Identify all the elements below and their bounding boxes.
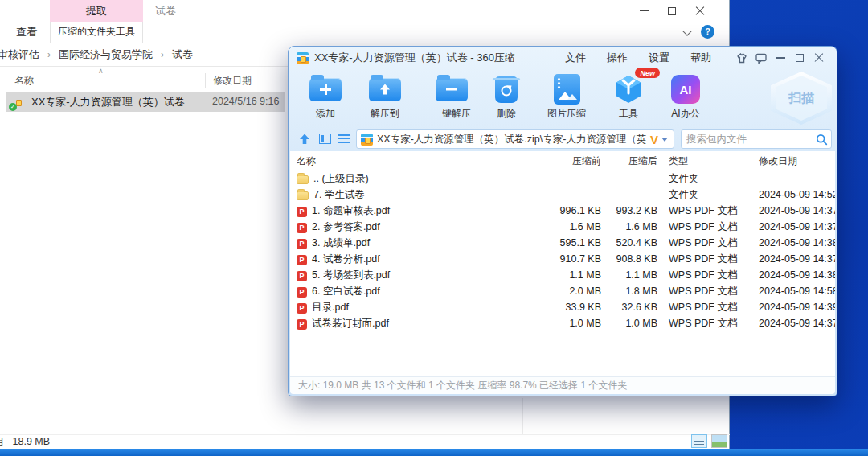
archiver-maximize-button[interactable] [790,49,809,67]
column-header-type[interactable]: 类型 [657,154,747,168]
folder-plus-icon [299,72,352,107]
column-header-date[interactable]: 修改日期 [747,154,835,168]
tools-cube-icon: New [602,72,655,107]
column-header-date[interactable]: 修改日期 [213,74,252,88]
image-compress-button[interactable]: 图片压缩 [540,72,593,121]
column-divider[interactable] [205,73,206,88]
extract-to-button[interactable]: 解压到 [358,72,411,121]
cell-size-before: 1.0 MB [529,318,601,329]
archiver-window: XX专家-人力资源管理（英）试卷 - 360压缩 文件 操作 设置 帮助 [288,46,837,396]
column-header-before[interactable]: 压缩前 [529,154,601,168]
file-type-icon [297,175,309,184]
menu-file[interactable]: 文件 [555,51,596,65]
archive-row[interactable]: 试卷装订封面.pdf 1.0 MB 1.0 MB WPS PDF 文档 2024… [290,315,835,331]
menu-actions[interactable]: 操作 [596,51,638,65]
pane-divider [522,398,523,434]
cell-type: WPS PDF 文档 [657,236,747,250]
skin-theme-icon[interactable] [732,49,751,67]
cell-date: 2024-05-09 14:38 [747,269,835,281]
archive-row[interactable]: 6. 空白试卷.pdf 2.0 MB 1.8 MB WPS PDF 文档 202… [290,283,835,299]
address-dropdown-icon[interactable] [661,138,668,142]
archiver-toolbar: 添加 解压到 一键解压 删除 图片压缩 [289,69,837,127]
file-type-icon [297,191,309,200]
cell-size-before: 595.1 KB [529,237,601,249]
scan-label: 扫描 [788,90,814,107]
archive-row[interactable]: .. (上级目录) 文件夹 [290,170,835,187]
cell-date: 2024-05-09 14:58 [747,286,835,297]
panel-view-icon[interactable] [319,134,331,144]
file-type-icon [297,271,307,281]
cell-name: 目录.pdf [312,301,349,314]
archive-row[interactable]: 1. 命题审核表.pdf 996.1 KB 993.2 KB WPS PDF 文… [290,203,835,219]
cell-size-after: 993.2 KB [601,205,657,216]
explorer-minimize-button[interactable] [640,10,649,11]
explorer-close-button[interactable] [695,6,705,16]
menu-help[interactable]: 帮助 [680,51,722,65]
column-header-after[interactable]: 压缩后 [601,154,657,168]
breadcrumb-item[interactable]: 国际经济与贸易学院 [55,47,156,62]
archive-row[interactable]: 2. 参考答案.pdf 1.6 MB 1.6 MB WPS PDF 文档 202… [290,219,835,235]
chevron-down-icon[interactable] [682,27,691,35]
archiver-address-row: XX专家-人力资源管理（英）试卷.zip\专家-人力资源管理（英）试卷 V [289,127,837,151]
breadcrumb-item[interactable]: 试卷 [169,47,196,62]
delete-button[interactable]: 删除 [480,72,533,121]
cell-name: 6. 空白试卷.pdf [312,285,380,298]
add-button[interactable]: 添加 [299,72,352,121]
cell-size-after: 32.6 KB [601,302,657,313]
archive-file-icon [361,134,373,146]
details-view-button[interactable] [691,434,707,448]
cell-date: 2024-05-09 14:37 [747,318,835,329]
ai-office-button[interactable]: AI AI办公 [659,72,712,121]
toolbar-label: 工具 [602,107,655,121]
ribbon-tab-view[interactable]: 查看 [16,22,37,43]
archive-file-list: 名称 压缩前 压缩后 类型 修改日期 .. (上级目录) 文件夹 7. 学生试卷 [290,151,835,376]
toolbar-label: 添加 [299,107,352,121]
explorer-statusbar: 目 18.9 MB [0,436,50,449]
archiver-minimize-button[interactable] [771,49,790,67]
explorer-titlebar: 提取 试卷 [0,0,729,22]
explorer-window-title: 试卷 [155,0,176,22]
search-input[interactable] [686,134,816,145]
menu-settings[interactable]: 设置 [638,51,680,65]
scan-button[interactable]: 扫描 [771,72,832,125]
ribbon-tab-compressed-tools[interactable]: 压缩的文件夹工具 [50,22,143,43]
cell-date: 2024-05-09 14:37 [747,205,835,216]
cell-name: 5. 考场签到表.pdf [312,269,390,282]
cell-size-after: 1.6 MB [601,221,657,232]
cell-name: 3. 成绩单.pdf [312,236,370,250]
vip-logo-icon[interactable]: V [650,133,658,146]
archiver-close-button[interactable] [809,49,829,67]
archive-row[interactable]: 5. 考场签到表.pdf 1.1 MB 1.1 MB WPS PDF 文档 20… [290,267,835,283]
cell-size-before: 1.1 MB [529,269,601,281]
tools-button[interactable]: New 工具 [602,72,655,121]
taskbar[interactable] [0,449,868,456]
ribbon-tab-extract[interactable]: 提取 [50,0,143,22]
cell-date: 2024-05-09 14:38 [747,237,835,249]
address-bar[interactable]: XX专家-人力资源管理（英）试卷.zip\专家-人力资源管理（英）试卷 V [356,129,674,149]
column-header-name[interactable]: 名称 [297,154,529,168]
up-directory-icon[interactable] [298,133,311,146]
search-icon[interactable] [816,134,828,146]
view-mode-toggles [691,434,727,448]
one-key-extract-button[interactable]: 一键解压 [425,72,478,121]
archive-row[interactable]: 目录.pdf 33.9 KB 32.6 KB WPS PDF 文档 2024-0… [290,299,835,315]
search-box[interactable] [681,129,832,149]
archiver-titlebar[interactable]: XX专家-人力资源管理（英）试卷 - 360压缩 文件 操作 设置 帮助 [289,47,837,69]
explorer-maximize-button[interactable] [668,7,676,15]
thumbnails-view-button[interactable] [711,434,727,448]
breadcrumb-item[interactable]: 审核评估 [0,47,43,62]
column-header-name[interactable]: 名称 [14,74,34,88]
file-type-icon [297,319,307,330]
cell-size-after: 1.1 MB [601,269,657,281]
cell-size-before: 910.7 KB [529,253,601,265]
archive-row[interactable]: 3. 成绩单.pdf 595.1 KB 520.4 KB WPS PDF 文档 … [290,235,835,251]
help-button[interactable]: ? [701,25,714,39]
archive-row[interactable]: 7. 学生试卷 文件夹 2024-05-09 14:52 [290,187,835,203]
list-view-icon[interactable] [338,134,350,143]
cell-name: 4. 试卷分析.pdf [312,253,380,266]
toolbar-label: AI办公 [659,107,712,121]
archive-row[interactable]: 4. 试卷分析.pdf 910.7 KB 908.8 KB WPS PDF 文档… [290,251,835,267]
cell-type: WPS PDF 文档 [657,301,747,314]
feedback-icon[interactable] [751,49,771,67]
breadcrumb-separator-icon: › [156,49,169,60]
